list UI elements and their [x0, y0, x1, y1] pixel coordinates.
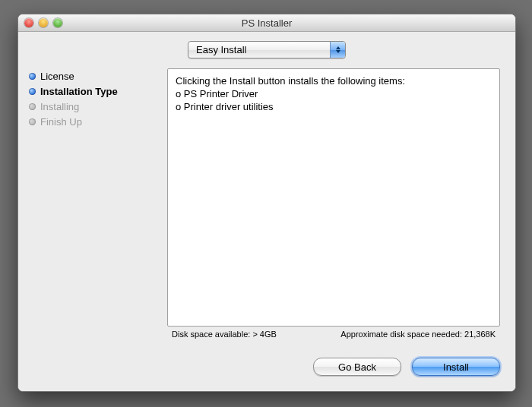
step-bullet-icon	[29, 88, 36, 95]
dropdown-selected: Easy Install	[196, 44, 246, 55]
sidebar-item-installing: Installing	[29, 99, 157, 114]
sidebar-item-label: Installation Type	[40, 86, 118, 97]
chevron-updown-icon	[330, 42, 345, 58]
minimize-icon[interactable]	[39, 18, 48, 27]
content-intro: Clicking the Install button installs the…	[176, 75, 492, 88]
close-icon[interactable]	[24, 18, 33, 27]
content-pane: Clicking the Install button installs the…	[167, 68, 500, 327]
step-bullet-icon	[29, 73, 36, 80]
sidebar-item-installation-type: Installation Type	[29, 84, 157, 99]
window-title: PS Installer	[18, 17, 515, 29]
go-back-button[interactable]: Go Back	[313, 358, 401, 376]
disk-available: Disk space available: > 4GB	[172, 330, 277, 339]
sidebar-item-label: License	[40, 71, 74, 82]
steps-sidebar: License Installation Type Installing Fin…	[29, 68, 157, 129]
step-bullet-icon	[29, 103, 36, 110]
window-controls	[24, 18, 62, 27]
titlebar[interactable]: PS Installer	[18, 14, 515, 32]
disk-needed: Approximate disk space needed: 21,368K	[340, 330, 496, 339]
sidebar-item-label: Finish Up	[40, 116, 82, 128]
install-type-dropdown[interactable]: Easy Install	[188, 41, 346, 58]
button-row: Go Back Install	[313, 358, 500, 376]
button-label: Install	[443, 361, 469, 373]
sidebar-item-label: Installing	[40, 101, 79, 112]
button-label: Go Back	[338, 361, 376, 373]
sidebar-item-finish-up: Finish Up	[29, 114, 157, 129]
window-body: Easy Install License Installation Type I…	[18, 32, 515, 391]
list-item: Printer driver utilities	[176, 101, 492, 114]
sidebar-item-license: License	[29, 68, 157, 84]
disk-info-row: Disk space available: > 4GB Approximate …	[167, 330, 500, 339]
step-bullet-icon	[29, 118, 36, 125]
list-item: PS Printer Driver	[176, 88, 492, 101]
installer-window: PS Installer Easy Install License Instal…	[17, 14, 516, 392]
install-button[interactable]: Install	[412, 358, 500, 376]
zoom-icon[interactable]	[53, 18, 62, 27]
